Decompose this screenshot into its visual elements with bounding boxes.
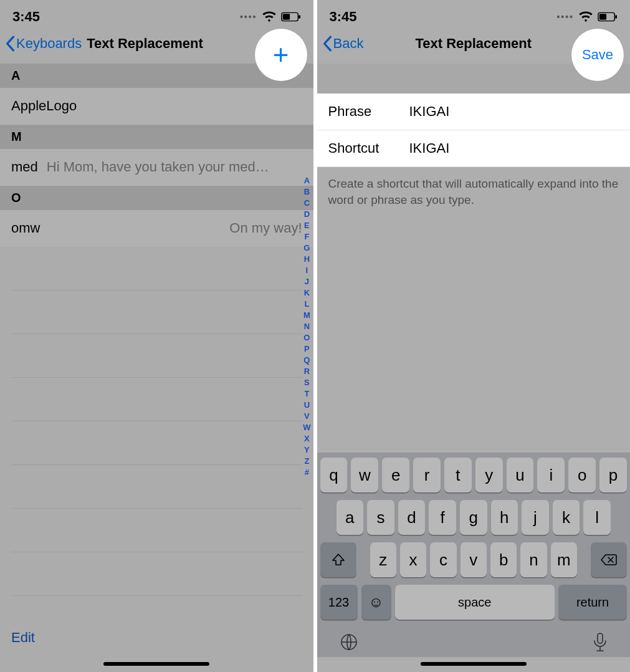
- keyboard: q w e r t y u i o p a s d f g h j k l: [317, 453, 631, 657]
- index-letter[interactable]: R: [303, 367, 310, 376]
- key-w[interactable]: w: [351, 458, 378, 492]
- add-button[interactable]: +: [255, 29, 307, 81]
- index-letter[interactable]: D: [303, 209, 310, 219]
- index-letter[interactable]: H: [303, 254, 310, 264]
- key-e[interactable]: e: [382, 458, 409, 492]
- key-c[interactable]: c: [430, 542, 456, 577]
- key-o[interactable]: o: [568, 458, 596, 492]
- key-r[interactable]: r: [413, 458, 441, 492]
- microphone-icon: [592, 632, 608, 653]
- key-m[interactable]: m: [551, 542, 577, 577]
- dictation-key[interactable]: [592, 632, 608, 653]
- backspace-key[interactable]: [591, 542, 627, 577]
- status-time: 3:45: [330, 9, 357, 25]
- save-button[interactable]: Save: [571, 29, 624, 81]
- alphabet-index[interactable]: A B C D E F G H I J K L M N O P Q R S T …: [303, 176, 310, 477]
- index-letter[interactable]: I: [303, 266, 310, 275]
- key-b[interactable]: b: [490, 542, 517, 577]
- index-letter[interactable]: F: [303, 232, 310, 241]
- phrase-value: IKIGAI: [409, 103, 450, 120]
- help-text: Create a shortcut that will automaticall…: [317, 167, 631, 213]
- index-letter[interactable]: #: [303, 468, 310, 477]
- back-button[interactable]: Keyboards: [5, 36, 82, 52]
- index-letter[interactable]: V: [303, 411, 310, 421]
- index-letter[interactable]: E: [303, 221, 310, 230]
- screenshot-right: 3:45 •••• Back Text Replacement Save Phr…: [317, 0, 631, 672]
- index-letter[interactable]: T: [303, 389, 310, 398]
- section-header-m: M: [0, 125, 313, 149]
- index-letter[interactable]: K: [303, 288, 310, 297]
- key-d[interactable]: d: [398, 500, 426, 535]
- index-letter[interactable]: M: [303, 310, 310, 320]
- index-letter[interactable]: U: [303, 400, 310, 410]
- index-letter[interactable]: Y: [303, 445, 310, 454]
- svg-rect-7: [598, 633, 603, 643]
- svg-rect-4: [599, 14, 606, 19]
- key-s[interactable]: s: [367, 500, 394, 535]
- globe-icon: [339, 632, 359, 652]
- page-title: Text Replacement: [87, 36, 203, 52]
- status-bar: 3:45 ••••: [0, 0, 313, 29]
- globe-key[interactable]: [339, 632, 359, 653]
- shift-key[interactable]: [320, 542, 356, 577]
- replacement-list[interactable]: A AppleLogo M med Hi Mom, have you taken…: [0, 64, 313, 618]
- index-letter[interactable]: X: [303, 434, 310, 443]
- chevron-left-icon: [322, 36, 332, 52]
- index-letter[interactable]: Z: [303, 456, 310, 466]
- key-x[interactable]: x: [400, 542, 426, 577]
- key-n[interactable]: n: [520, 542, 546, 577]
- index-letter[interactable]: C: [303, 198, 310, 208]
- key-q[interactable]: q: [320, 458, 348, 492]
- chevron-left-icon: [5, 36, 15, 52]
- index-letter[interactable]: L: [303, 299, 310, 309]
- numbers-key[interactable]: 123: [320, 585, 358, 620]
- battery-icon: [281, 12, 301, 22]
- index-letter[interactable]: N: [303, 322, 310, 331]
- key-a[interactable]: a: [336, 500, 364, 535]
- back-label: Keyboards: [16, 36, 82, 52]
- screenshot-left: 3:45 •••• Keyboards Text Replacement + A…: [0, 0, 313, 672]
- list-item[interactable]: omw On my way!: [0, 210, 313, 247]
- shortcut-value: IKIGAI: [409, 140, 450, 156]
- return-key[interactable]: return: [558, 585, 627, 620]
- key-l[interactable]: l: [583, 500, 611, 535]
- phrase-text: Hi Mom, have you taken your med…: [47, 159, 302, 175]
- key-f[interactable]: f: [429, 500, 456, 535]
- key-u[interactable]: u: [507, 458, 534, 492]
- index-letter[interactable]: O: [303, 333, 310, 342]
- phrase-text: On my way!: [49, 220, 302, 236]
- home-indicator[interactable]: [421, 662, 527, 666]
- index-letter[interactable]: B: [303, 187, 310, 196]
- shortcut-field[interactable]: Shortcut IKIGAI: [317, 130, 631, 167]
- key-h[interactable]: h: [491, 500, 518, 535]
- index-letter[interactable]: A: [303, 176, 310, 185]
- index-letter[interactable]: P: [303, 344, 310, 353]
- edit-button[interactable]: Edit: [11, 630, 35, 645]
- list-item[interactable]: AppleLogo: [0, 88, 313, 125]
- home-indicator[interactable]: [103, 662, 209, 666]
- index-letter[interactable]: W: [303, 423, 310, 432]
- index-letter[interactable]: J: [303, 277, 310, 286]
- phrase-field[interactable]: Phrase IKIGAI: [317, 94, 631, 130]
- space-key[interactable]: space: [395, 585, 555, 620]
- list-item[interactable]: med Hi Mom, have you taken your med…: [0, 149, 313, 186]
- index-letter[interactable]: G: [303, 243, 310, 252]
- key-p[interactable]: p: [599, 458, 627, 492]
- index-letter[interactable]: Q: [303, 355, 310, 365]
- key-t[interactable]: t: [444, 458, 472, 492]
- key-g[interactable]: g: [460, 500, 487, 535]
- status-right: ••••: [240, 11, 301, 22]
- index-letter[interactable]: S: [303, 378, 310, 387]
- key-j[interactable]: j: [522, 500, 549, 535]
- emoji-key[interactable]: ☺: [361, 585, 391, 620]
- empty-rows: [0, 247, 313, 596]
- key-i[interactable]: i: [537, 458, 565, 492]
- bottom-toolbar: Edit: [0, 618, 313, 657]
- back-button[interactable]: Back: [322, 36, 364, 52]
- key-z[interactable]: z: [370, 542, 396, 577]
- svg-rect-1: [282, 14, 289, 19]
- key-k[interactable]: k: [553, 500, 580, 535]
- svg-rect-5: [615, 15, 617, 19]
- key-v[interactable]: v: [461, 542, 487, 577]
- key-y[interactable]: y: [475, 458, 503, 492]
